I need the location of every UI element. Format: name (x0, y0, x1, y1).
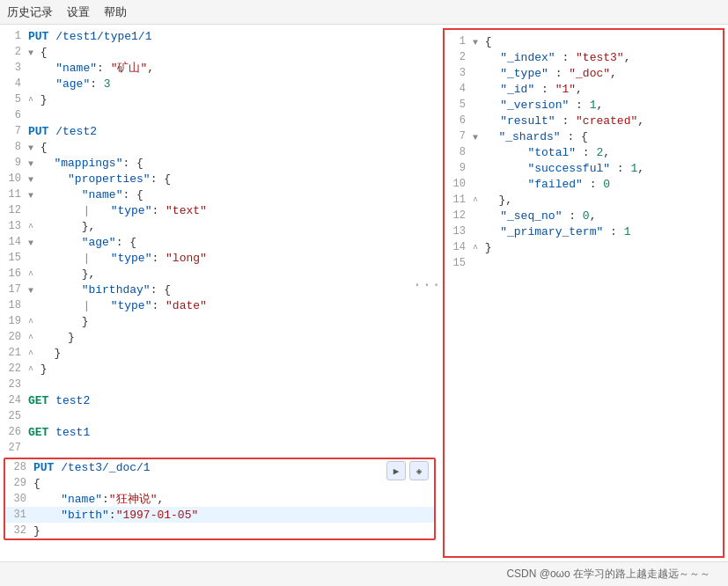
menubar: 历史记录 设置 帮助 (0, 0, 728, 25)
code-line: 8 "total" : 2, (445, 144, 723, 160)
footer: CSDN @oωo 在学习的路上越走越远～～～ (0, 561, 728, 586)
code-line: 9 "successful" : 1, (445, 160, 723, 176)
code-line: 7 ▼ "_shards" : { (445, 128, 723, 144)
left-pane-inner: 1 PUT /test1/type1/1 2 ▼ { 3 "name": "矿山… (0, 28, 443, 540)
main-area: 1 PUT /test1/type1/1 2 ▼ { 3 "name": "矿山… (0, 25, 728, 561)
code-line: 29 { (5, 475, 434, 491)
action-buttons: ▶ ◈ (386, 461, 429, 480)
code-line: 6 "result" : "created", (445, 113, 723, 128)
code-line: 14 ^ } (445, 239, 723, 255)
code-line: 21 ^ } (0, 345, 443, 361)
code-line: 13 "_primary_term" : 1 (445, 223, 723, 239)
config-icon: ◈ (416, 465, 423, 477)
code-line: 8 ▼ { (0, 139, 443, 155)
code-line: 32 } (5, 523, 434, 538)
menu-help[interactable]: 帮助 (104, 4, 127, 20)
code-line: 19 ^ } (0, 313, 443, 329)
code-line: 12 | "type": "text" (0, 202, 443, 218)
right-pane-inner: 1 ▼ { 2 "_index" : "test3", 3 "_type" : … (445, 33, 723, 271)
code-line: 20 ^ } (0, 329, 443, 345)
footer-text: CSDN @oωo 在学习的路上越走越远～～～ (506, 567, 710, 582)
code-line: 4 "_id" : "1", (445, 81, 723, 97)
code-line: 25 (0, 408, 443, 424)
code-line: 3 "name": "矿山", (0, 60, 443, 76)
code-line: 22 ^ } (0, 361, 443, 377)
code-line: 16 ^ }, (0, 266, 443, 282)
config-button[interactable]: ◈ (409, 461, 429, 480)
code-line: 9 ▼ "mappings": { (0, 155, 443, 171)
code-line-highlighted: 31 "birth":"1997-01-05" (5, 507, 434, 523)
code-line: 6 (0, 107, 443, 123)
code-line: 4 "age": 3 (0, 76, 443, 92)
code-line: 26 GET test1 (0, 424, 443, 440)
code-line: 2 "_index" : "test3", (445, 49, 723, 65)
code-line: 12 "_seq_no" : 0, (445, 208, 723, 223)
code-line: 27 (0, 440, 443, 456)
code-line: 17 ▼ "birthday": { (0, 282, 443, 297)
menu-history[interactable]: 历史记录 (7, 4, 53, 20)
code-line: 28 PUT /test3/_doc/1 (5, 459, 434, 475)
run-icon: ▶ (393, 465, 400, 477)
left-pane[interactable]: 1 PUT /test1/type1/1 2 ▼ { 3 "name": "矿山… (0, 25, 443, 561)
code-line: 30 "name":"狂神说", (5, 491, 434, 507)
code-line: 5 ^ } (0, 92, 443, 107)
code-line: 14 ▼ "age": { (0, 234, 443, 250)
code-line: 15 | "type": "long" (0, 250, 443, 266)
menu-settings[interactable]: 设置 (67, 4, 90, 20)
code-line: 10 ▼ "properties": { (0, 171, 443, 187)
code-line: 23 (0, 377, 443, 392)
code-line: 15 (445, 255, 723, 271)
code-line: 1 PUT /test1/type1/1 (0, 28, 443, 44)
code-line: 18 | "type": "date" (0, 297, 443, 313)
code-line: 7 PUT /test2 (0, 123, 443, 139)
run-button[interactable]: ▶ (386, 461, 406, 480)
code-line: 10 "failed" : 0 (445, 176, 723, 192)
code-line: 11 ^ }, (445, 192, 723, 208)
code-line: 1 ▼ { (445, 33, 723, 49)
code-line: 2 ▼ { (0, 44, 443, 60)
vertical-dots: ··· (413, 282, 441, 288)
code-line: 24 GET test2 (0, 392, 443, 408)
code-line: 11 ▼ "name": { (0, 187, 443, 202)
code-line: 13 ^ }, (0, 218, 443, 234)
right-pane: 1 ▼ { 2 "_index" : "test3", 3 "_type" : … (443, 28, 724, 558)
code-line: 3 "_type" : "_doc", (445, 65, 723, 81)
code-line: 5 "_version" : 1, (445, 97, 723, 113)
selected-block: ▶ ◈ 28 PUT /test3/_doc/1 29 { 30 "na (4, 458, 436, 540)
